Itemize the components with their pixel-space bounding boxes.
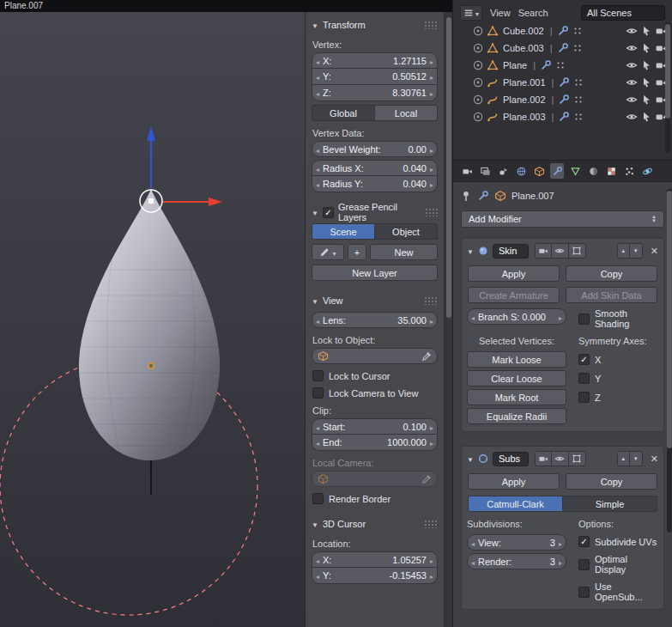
catmull-clark-button[interactable]: Catmull-Clark <box>468 496 563 512</box>
expand-icon[interactable] <box>472 42 484 54</box>
subdiv-view-field[interactable]: View: 3 <box>467 534 566 551</box>
smooth-shading-row[interactable]: Smooth Shading <box>578 308 658 329</box>
smooth-shading-checkbox[interactable] <box>578 314 590 325</box>
move-down-button[interactable]: ▼ <box>630 451 643 466</box>
outliner-row[interactable]: Plane.001 <box>458 74 667 91</box>
symmetry-z-checkbox[interactable] <box>578 392 590 403</box>
eyedropper-icon[interactable] <box>421 351 432 362</box>
symmetry-x-checkbox[interactable] <box>578 354 590 365</box>
subsurf-modifier-header[interactable]: Subs ▲ ▼ <box>467 449 658 468</box>
expand-icon[interactable] <box>472 59 484 71</box>
panel-grip[interactable] <box>424 296 438 305</box>
viewport-visibility-toggle[interactable] <box>552 451 569 466</box>
data-dots-icon[interactable] <box>572 42 584 54</box>
delete-modifier-icon[interactable] <box>651 246 658 257</box>
branch-smoothing-field[interactable]: Branch S: 0.000 <box>467 308 566 325</box>
tab-texture[interactable] <box>603 162 619 180</box>
outliner-row[interactable]: Plane.002 <box>458 91 667 108</box>
panel-grip[interactable] <box>424 21 438 29</box>
scrollbar-thumb[interactable] <box>667 191 672 448</box>
tab-object[interactable] <box>531 162 547 180</box>
edit-mode-toggle[interactable] <box>569 243 586 259</box>
tab-world[interactable] <box>513 162 529 180</box>
tab-material[interactable] <box>585 162 601 180</box>
tab-physics[interactable] <box>639 162 655 180</box>
modifier-wrench-icon[interactable] <box>558 76 570 88</box>
transform-panel-header[interactable]: Transform <box>312 17 438 33</box>
data-dots-icon[interactable] <box>554 59 566 71</box>
optimal-display-checkbox[interactable] <box>578 559 590 570</box>
grease-object-tab[interactable]: Object <box>375 223 438 240</box>
tab-render[interactable] <box>459 162 475 180</box>
expand-icon[interactable] <box>472 111 484 123</box>
cursor-x-field[interactable]: X: 1.05257 <box>312 551 438 568</box>
create-armature-button[interactable]: Create Armature <box>468 287 560 303</box>
scrollbar-thumb[interactable] <box>446 17 451 318</box>
equalize-radii-button[interactable]: Equalize Radii <box>467 408 566 424</box>
vertex-y-field[interactable]: Y: 0.50512 <box>312 69 438 85</box>
symmetry-y-row[interactable]: Y <box>578 373 658 384</box>
tab-modifiers[interactable] <box>549 162 565 180</box>
skin-copy-button[interactable]: Copy <box>566 265 657 282</box>
edit-mode-toggle[interactable] <box>569 451 586 466</box>
selectable-pointer-icon[interactable] <box>640 76 652 88</box>
collapse-triangle-icon[interactable] <box>467 246 474 256</box>
search-menu[interactable]: Search <box>518 8 548 18</box>
draw-tool-button[interactable] <box>312 244 344 260</box>
modifier-wrench-icon[interactable] <box>558 111 570 123</box>
subdivide-uvs-checkbox[interactable] <box>578 536 590 547</box>
global-button[interactable]: Global <box>312 105 375 121</box>
optimal-display-row[interactable]: Optimal Display <box>578 554 658 575</box>
visibility-eye-icon[interactable] <box>626 76 638 88</box>
radius-y-field[interactable]: Radius Y: 0.040 <box>312 176 438 192</box>
visibility-eye-icon[interactable] <box>626 59 638 71</box>
use-opensubdiv-checkbox[interactable] <box>578 587 590 598</box>
modifier-wrench-icon[interactable] <box>557 25 569 37</box>
mark-root-button[interactable]: Mark Root <box>467 389 566 405</box>
translate-manipulator[interactable] <box>140 126 222 212</box>
new-button[interactable]: New <box>370 244 438 260</box>
selectable-pointer-icon[interactable] <box>640 94 652 106</box>
properties-scrollbar[interactable] <box>667 189 672 533</box>
expand-icon[interactable] <box>472 94 484 106</box>
tab-scene[interactable] <box>495 162 511 180</box>
lock-camera-row[interactable]: Lock Camera to View <box>312 387 437 399</box>
subsurf-copy-button[interactable]: Copy <box>566 473 657 490</box>
symmetry-x-row[interactable]: X <box>578 354 658 365</box>
expand-icon[interactable] <box>472 25 484 37</box>
lock-to-cursor-row[interactable]: Lock to Cursor <box>312 370 437 381</box>
visibility-eye-icon[interactable] <box>626 94 638 106</box>
breadcrumb-object-name[interactable]: Plane.007 <box>512 191 554 201</box>
grease-pencil-checkbox[interactable] <box>323 207 334 218</box>
skin-apply-button[interactable]: Apply <box>468 265 560 282</box>
move-up-button[interactable]: ▲ <box>617 451 630 466</box>
render-toggle[interactable] <box>535 451 552 466</box>
radius-x-field[interactable]: Radius X: 0.040 <box>312 160 438 176</box>
sidebar-scrollbar[interactable] <box>444 12 452 627</box>
modifier-name-field[interactable]: Skin <box>493 244 529 259</box>
data-dots-icon[interactable] <box>572 25 584 37</box>
use-opensubdiv-row[interactable]: Use OpenSub... <box>578 581 658 602</box>
move-up-button[interactable]: ▲ <box>617 243 630 259</box>
add-layer-plus-button[interactable]: + <box>348 244 366 260</box>
outliner-row[interactable]: Cube.003 <box>458 40 667 57</box>
local-button[interactable]: Local <box>375 105 438 121</box>
bevel-weight-field[interactable]: Bevel Weight: 0.00 <box>312 141 438 157</box>
add-modifier-button[interactable]: Add Modifier ▲▼ <box>461 210 664 228</box>
grease-pencil-panel-header[interactable]: Grease Pencil Layers <box>312 204 438 220</box>
vertex-z-field[interactable]: Z: 8.30761 <box>312 85 438 101</box>
symmetry-y-checkbox[interactable] <box>578 373 590 384</box>
scrollbar-thumb[interactable] <box>665 24 670 119</box>
data-dots-icon[interactable] <box>572 94 584 106</box>
cursor-y-field[interactable]: Y: -0.15453 <box>312 568 438 584</box>
grease-scene-tab[interactable]: Scene <box>312 223 375 240</box>
selectable-pointer-icon[interactable] <box>640 111 652 123</box>
view-menu[interactable]: View <box>490 8 511 18</box>
modifier-wrench-icon[interactable] <box>540 59 552 71</box>
visibility-eye-icon[interactable] <box>626 42 638 54</box>
delete-modifier-icon[interactable] <box>651 454 658 465</box>
visibility-eye-icon[interactable] <box>626 111 638 123</box>
view-panel-header[interactable]: View <box>312 293 438 308</box>
selectable-pointer-icon[interactable] <box>640 59 652 71</box>
clear-loose-button[interactable]: Clear Loose <box>467 370 566 387</box>
